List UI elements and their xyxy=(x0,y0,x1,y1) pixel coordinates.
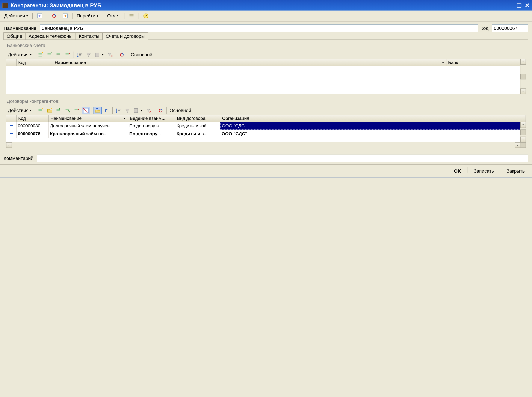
contracts-filter-button[interactable] xyxy=(123,107,132,114)
scroll-up-icon[interactable]: ⌃ xyxy=(520,59,526,65)
report-button[interactable]: Отчет xyxy=(105,12,122,20)
bank-grid-body[interactable] xyxy=(6,66,526,94)
minimize-icon[interactable]: _ xyxy=(510,2,513,9)
tab-general[interactable]: Общие xyxy=(3,32,25,40)
ok-button[interactable]: OK xyxy=(450,167,465,175)
bank-add-button[interactable] xyxy=(37,51,45,58)
contracts-up-level-button[interactable] xyxy=(103,107,111,114)
bank-main-button[interactable]: Основной xyxy=(130,51,153,58)
contracts-add-copy-button[interactable] xyxy=(55,107,63,114)
svg-rect-14 xyxy=(66,53,69,54)
contracts-move-button[interactable] xyxy=(94,107,102,114)
contracts-delete-button[interactable] xyxy=(73,107,81,114)
table-row[interactable]: 000000080 Долгосрочный заем получен... П… xyxy=(6,122,520,130)
add-copy-icon xyxy=(56,108,62,114)
contracts-vscroll[interactable]: ⌃ ⌄ xyxy=(520,122,526,142)
row-icon-cell xyxy=(6,130,17,138)
contracts-grid[interactable]: Код Наименование▼ Ведение взаим... Вид д… xyxy=(6,115,526,148)
refresh-icon xyxy=(158,108,164,114)
filter-menu-icon xyxy=(95,52,101,58)
bank-sort-button[interactable] xyxy=(76,51,84,58)
contracts-grid-body[interactable]: 000000080 Долгосрочный заем получен... П… xyxy=(6,122,526,142)
chevron-down-icon: ▼ xyxy=(96,14,99,17)
contracts-filter-by-button[interactable]: ▼ xyxy=(132,107,144,114)
svg-rect-21 xyxy=(39,110,42,111)
contracts-add-button[interactable] xyxy=(37,107,45,114)
bank-col-name[interactable]: Наименование▼ xyxy=(53,59,446,66)
help-button[interactable]: ? xyxy=(141,12,151,20)
delete-row-icon xyxy=(65,52,71,58)
list-icon xyxy=(128,13,134,19)
cell-org[interactable]: ООО "СДС" xyxy=(220,122,520,130)
separator xyxy=(32,13,33,19)
close-icon[interactable]: ✕ xyxy=(525,2,530,9)
bank-col-code[interactable]: Код xyxy=(17,59,53,66)
prev-button[interactable] xyxy=(35,12,45,20)
svg-rect-3 xyxy=(129,15,133,16)
bank-filter-by-button[interactable]: ▼ xyxy=(94,51,105,58)
scroll-up-icon[interactable]: ⌃ xyxy=(520,122,526,128)
filter-clear-icon xyxy=(146,108,152,114)
bank-col-icon[interactable] xyxy=(6,59,17,66)
separator xyxy=(103,13,103,19)
close-button[interactable]: Закрыть xyxy=(503,167,528,175)
scroll-down-icon[interactable]: ⌄ xyxy=(520,88,526,94)
scroll-thumb[interactable] xyxy=(520,130,526,135)
contracts-add-folder-button[interactable] xyxy=(46,107,54,114)
comment-input[interactable] xyxy=(37,155,528,162)
contracts-col-icon[interactable] xyxy=(6,115,17,122)
scroll-right-icon[interactable]: › xyxy=(515,142,520,148)
maximize-icon[interactable]: ☐ xyxy=(516,2,522,9)
add-copy-icon xyxy=(47,52,53,58)
tab-accounts-contracts[interactable]: Счета и договоры xyxy=(103,32,148,40)
chevron-down-icon: ▼ xyxy=(102,53,104,56)
bank-filter-button[interactable] xyxy=(85,51,93,58)
save-button[interactable]: Записать xyxy=(470,167,497,175)
svg-text:?: ? xyxy=(145,14,147,18)
contracts-clear-filter-button[interactable] xyxy=(145,107,153,114)
bank-accounts-grid[interactable]: Код Наименование▼ Банк ⌃ ⌄ xyxy=(6,59,526,94)
bank-refresh-button[interactable] xyxy=(118,51,126,58)
bank-vscroll[interactable]: ⌃ ⌄ xyxy=(520,59,526,94)
contracts-col-vedenie[interactable]: Ведение взаим... xyxy=(128,115,175,122)
code-input[interactable] xyxy=(492,25,528,32)
export-button[interactable] xyxy=(60,12,70,20)
contracts-main-button[interactable]: Основной xyxy=(168,107,192,114)
tab-contacts[interactable]: Контакты xyxy=(76,32,103,40)
actions-menu[interactable]: Действия ▼ xyxy=(2,12,30,20)
filter-menu-icon xyxy=(133,108,139,114)
bank-clear-filter-button[interactable] xyxy=(106,51,114,58)
contracts-col-name[interactable]: Наименование▼ xyxy=(49,115,128,122)
contracts-col-org[interactable]: Организация xyxy=(220,115,526,122)
cell-name: Краткосрочный займ по... xyxy=(49,130,128,138)
contracts-refresh-button[interactable] xyxy=(157,107,165,114)
scroll-left-icon[interactable]: ‹ xyxy=(6,142,12,148)
contracts-edit-button[interactable] xyxy=(64,107,72,114)
scroll-thumb[interactable] xyxy=(520,74,526,80)
contracts-hscroll[interactable]: ‹ › xyxy=(6,142,526,148)
bank-add-copy-button[interactable] xyxy=(46,51,54,58)
contracts-col-vid[interactable]: Вид договора xyxy=(175,115,220,122)
edit-row-icon xyxy=(65,108,71,114)
goto-menu[interactable]: Перейти ▼ xyxy=(75,12,101,20)
cell-org: ООО "СДС" xyxy=(220,130,520,138)
filter-icon xyxy=(124,108,130,114)
bank-col-bank[interactable]: Банк xyxy=(446,59,526,66)
add-row-icon xyxy=(38,52,44,58)
contracts-col-code[interactable]: Код xyxy=(17,115,49,122)
contracts-actions-menu[interactable]: Действия ▼ xyxy=(7,107,33,114)
name-input[interactable] xyxy=(40,25,478,32)
contracts-sort-button[interactable] xyxy=(114,107,122,114)
list-settings-button[interactable] xyxy=(127,12,136,20)
table-row[interactable]: 000000078 Краткосрочный займ по... По до… xyxy=(6,130,520,138)
bank-actions-menu[interactable]: Действия ▼ xyxy=(7,51,33,58)
scroll-down-icon[interactable]: ⌄ xyxy=(520,136,526,142)
edit-row-icon xyxy=(56,52,62,58)
up-level-icon xyxy=(104,108,110,114)
tab-addresses[interactable]: Адреса и телефоны xyxy=(25,32,76,40)
contracts-hierarchy-toggle[interactable] xyxy=(82,107,90,114)
refresh-button[interactable] xyxy=(49,12,59,20)
bank-delete-button[interactable] xyxy=(64,51,72,58)
bank-edit-button[interactable] xyxy=(55,51,63,58)
svg-rect-17 xyxy=(79,54,81,55)
